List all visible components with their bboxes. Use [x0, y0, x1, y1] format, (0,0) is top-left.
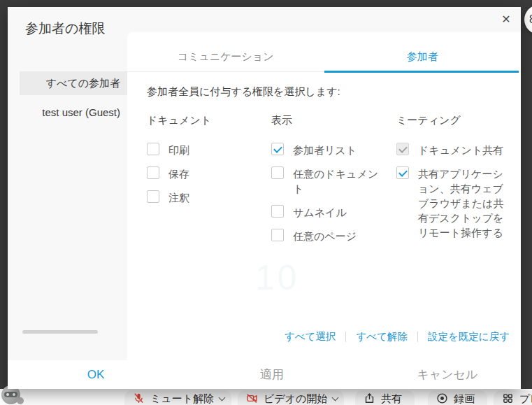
- option-any-page[interactable]: 任意のページ: [271, 229, 387, 243]
- dialog-title: 参加者の権限: [25, 20, 105, 38]
- checkbox[interactable]: [271, 205, 284, 218]
- option-label: 参加者リスト: [293, 143, 357, 157]
- avatar-robot-arm: [17, 397, 24, 404]
- tab-communication[interactable]: コミュニケーション: [127, 32, 324, 71]
- participant-privileges-dialog: 参加者の権限 ✕ すべての参加者 test user (Guest) コミュニケ…: [8, 7, 521, 389]
- layout-button[interactable]: プレ: [494, 390, 532, 405]
- privileges-panel: コミュニケーション 参加者 参加者全員に付与する権限を選択します: ドキュメント…: [127, 32, 521, 367]
- record-button[interactable]: 録画: [428, 390, 487, 405]
- column-view: 表示 参加者リスト 任意のドキュメント サムネイル 任意のページ: [271, 114, 387, 253]
- option-label: 注釈: [168, 190, 189, 205]
- checkbox[interactable]: [147, 190, 159, 203]
- start-video-label: ビデオの開始: [264, 392, 327, 405]
- column-document: ドキュメント 印刷 保存 注釈: [147, 114, 252, 214]
- checkbox[interactable]: [271, 166, 284, 179]
- cancel-button[interactable]: キャンセル: [398, 360, 496, 389]
- layout-label: プレ: [519, 392, 532, 405]
- checkbox[interactable]: [396, 166, 409, 179]
- bulk-action-links: すべて選択 すべて解除 設定を既定に戻す: [285, 330, 510, 343]
- meeting-toolbar: ミュート解除 ビデオの開始 共有: [0, 389, 532, 405]
- reset-defaults-link[interactable]: 設定を既定に戻す: [428, 330, 510, 343]
- chevron-down-icon[interactable]: [332, 395, 339, 402]
- option-label: 任意のページ: [293, 229, 357, 243]
- option-participant-list[interactable]: 参加者リスト: [271, 143, 387, 157]
- share-icon: [364, 392, 375, 404]
- record-icon: [436, 392, 448, 404]
- checkbox[interactable]: [147, 166, 159, 179]
- option-label: ドキュメント共有: [418, 143, 503, 157]
- apps-grid-icon: [502, 392, 514, 404]
- tab-participants[interactable]: 参加者: [324, 32, 522, 71]
- option-label: 任意のドキュメント: [293, 166, 387, 196]
- divider: [345, 332, 346, 342]
- option-print[interactable]: 印刷: [147, 143, 252, 157]
- checkbox[interactable]: [271, 229, 284, 241]
- column-header: ドキュメント: [147, 114, 252, 127]
- close-icon[interactable]: ✕: [494, 8, 518, 31]
- clear-all-link[interactable]: すべて解除: [356, 330, 408, 343]
- divider: [417, 332, 418, 342]
- select-all-link[interactable]: すべて選択: [285, 330, 336, 343]
- faint-watermark: 10: [255, 257, 300, 298]
- apply-button[interactable]: 適用: [223, 360, 321, 389]
- share-label: 共有: [381, 392, 402, 405]
- mic-muted-icon: [133, 392, 145, 404]
- unmute-button[interactable]: ミュート解除: [124, 390, 231, 405]
- unmute-label: ミュート解除: [150, 392, 214, 405]
- sidebar-item-test-user[interactable]: test user (Guest): [8, 101, 127, 125]
- active-tab-underline: [324, 71, 519, 73]
- participants-count-badge[interactable]: 8: [524, 5, 532, 34]
- tab-bar: コミュニケーション 参加者: [127, 32, 521, 72]
- ok-button[interactable]: OK: [47, 360, 145, 389]
- record-label: 録画: [454, 392, 475, 405]
- video-off-icon: [246, 392, 258, 404]
- share-button[interactable]: 共有: [355, 390, 415, 405]
- checkbox[interactable]: [271, 143, 284, 155]
- start-video-button[interactable]: ビデオの開始: [238, 390, 344, 405]
- instruction-text: 参加者全員に付与する権限を選択します:: [147, 85, 340, 99]
- column-meeting: ミーティング ドキュメント共有 共有アプリケーション、共有ウェブブラウザまたは共…: [396, 114, 512, 249]
- dialog-footer: OK 適用 キャンセル: [8, 360, 521, 389]
- option-label: 共有アプリケーション、共有ウェブブラウザまたは共有デスクトップをリモート操作する: [418, 166, 512, 240]
- sidebar-item-all-participants[interactable]: すべての参加者: [20, 71, 127, 95]
- option-any-document[interactable]: 任意のドキュメント: [271, 166, 387, 196]
- chevron-down-icon[interactable]: [219, 395, 226, 402]
- checkbox[interactable]: [147, 143, 159, 155]
- option-label: 保存: [168, 166, 189, 181]
- option-remote-control[interactable]: 共有アプリケーション、共有ウェブブラウザまたは共有デスクトップをリモート操作する: [396, 166, 512, 240]
- column-header: ミーティング: [396, 114, 512, 127]
- option-annotate[interactable]: 注釈: [147, 190, 252, 205]
- column-header: 表示: [271, 114, 387, 127]
- option-label: 印刷: [168, 143, 189, 157]
- robot-eyes: [4, 392, 17, 397]
- option-save[interactable]: 保存: [147, 166, 252, 181]
- option-label: サムネイル: [293, 205, 347, 220]
- sidebar-horizontal-scrollbar[interactable]: [22, 330, 98, 334]
- participants-sidebar: すべての参加者 test user (Guest): [8, 71, 127, 125]
- option-thumbnails[interactable]: サムネイル: [271, 205, 387, 220]
- option-document-sharing: ドキュメント共有: [396, 143, 512, 157]
- screen: ミュート解除 ビデオの開始 共有: [0, 0, 532, 405]
- checkbox: [396, 143, 409, 155]
